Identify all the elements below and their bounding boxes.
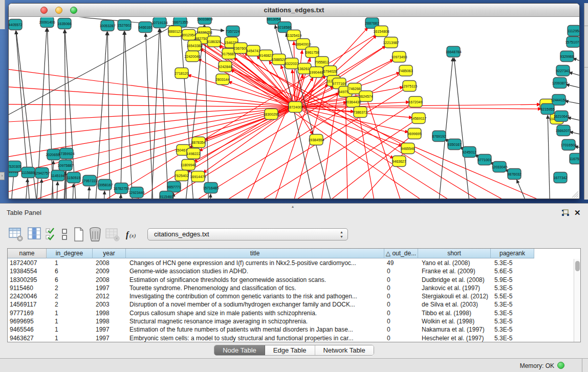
graph-edge[interactable] (88, 187, 89, 199)
graph-edge[interactable] (569, 72, 579, 79)
graph-node[interactable]: 16033809 (197, 17, 212, 25)
graph-node[interactable]: 16782759 (113, 183, 129, 194)
graph-edge[interactable] (203, 107, 295, 173)
window-resize-grip[interactable] (571, 190, 579, 198)
graph-edge[interactable] (9, 107, 295, 124)
graph-edge[interactable] (151, 29, 159, 199)
table-row[interactable]: 1830029562008Estimation of significance … (8, 276, 573, 284)
delete-column-icon[interactable] (88, 226, 102, 243)
graph-edge[interactable] (198, 59, 295, 107)
graph-node[interactable]: 17359924 (58, 148, 74, 159)
graph-node[interactable]: 8322037 (285, 58, 298, 69)
graph-edge[interactable] (9, 64, 295, 107)
graph-node[interactable]: 2367608 (233, 43, 247, 54)
graph-node[interactable]: 15751074 (565, 37, 579, 48)
graph-edge[interactable] (125, 31, 133, 199)
graph-edge[interactable] (95, 32, 107, 199)
network-window-titlebar[interactable]: citations_edges.txt (9, 4, 579, 17)
graph-node[interactable]: 12033045 (491, 162, 507, 172)
table-row[interactable]: 911546021997Tourette syndrome. Phenomeno… (8, 284, 573, 292)
graph-node[interactable]: 1115686 (21, 167, 35, 178)
graph-edge[interactable] (194, 107, 295, 162)
graph-node[interactable]: 17957222 (81, 176, 97, 186)
graph-edge[interactable] (9, 84, 295, 107)
graph-node[interactable]: 1672049 (408, 97, 422, 107)
graph-node[interactable]: 9227343 (556, 65, 570, 76)
graph-node[interactable]: 2803144 (215, 74, 229, 85)
scrollbar-thumb[interactable] (575, 261, 580, 271)
graph-node[interactable]: 6771001 (477, 155, 491, 165)
column-header-short[interactable]: short (418, 249, 491, 258)
graph-node[interactable]: 19384554 (308, 135, 324, 145)
graph-node[interactable]: 13958167 (97, 180, 113, 190)
graph-node[interactable]: 6961758 (305, 47, 319, 58)
graph-node[interactable]: 1588520 (272, 54, 286, 65)
panel-collapse-arrow-icon[interactable]: ▴ (292, 204, 294, 209)
graph-node[interactable]: 12923446 (128, 187, 144, 198)
graph-node[interactable]: 17016504 (560, 140, 576, 150)
delete-table-icon[interactable] (105, 226, 120, 243)
table-row[interactable]: 1872400712008Changes of HCN gene express… (8, 259, 573, 267)
panel-expand-handle[interactable]: › (0, 172, 5, 180)
table-row[interactable]: 2242004622012Investigating the contribut… (8, 292, 573, 300)
graph-node[interactable]: 8454743 (246, 46, 260, 56)
graph-node[interactable]: 1677342 (553, 172, 567, 183)
column-header-pagerank[interactable]: pagerank (491, 249, 534, 258)
graph-edge[interactable] (120, 194, 121, 199)
graph-node[interactable]: 2718120 (175, 68, 188, 79)
graph-node[interactable]: 1527602 (117, 20, 131, 31)
graph-node[interactable]: 12444154 (551, 95, 567, 105)
graph-node[interactable]: 1150515 (67, 172, 81, 183)
graph-node[interactable]: 18300295 (263, 109, 279, 120)
graph-node[interactable]: 8215955 (540, 104, 554, 115)
graph-edge[interactable] (103, 191, 104, 199)
column-header-name[interactable]: name (8, 249, 47, 258)
table-row[interactable]: 946362711997Embryonic stem cells: a mode… (8, 334, 573, 342)
table-row[interactable]: 969969511998Structural magnetic resonanc… (8, 317, 573, 325)
graph-node[interactable]: 1990448 (309, 67, 323, 78)
graph-edge[interactable] (568, 118, 579, 123)
graph-edge[interactable] (25, 179, 28, 199)
graph-node[interactable]: 16543382 (186, 40, 202, 51)
table-row[interactable]: 1938455462009Genome-wide association stu… (8, 267, 573, 275)
graph-edge[interactable] (199, 107, 295, 151)
graph-node[interactable]: 16154808 (373, 26, 389, 37)
graph-node[interactable]: 9242848 (218, 61, 232, 72)
column-header-title[interactable]: title (126, 249, 384, 258)
graph-edge[interactable] (9, 104, 295, 107)
graph-node[interactable]: 6466160 (138, 22, 152, 33)
graph-edge[interactable] (56, 182, 58, 199)
graph-node[interactable]: 14569117 (411, 113, 427, 124)
table-row[interactable]: 1456911722003Disruption of a novel membe… (8, 300, 573, 309)
graph-node[interactable]: 9115460 (160, 191, 173, 199)
table-vertical-scrollbar[interactable] (574, 259, 580, 342)
graph-edge[interactable] (548, 115, 550, 199)
graph-node[interactable]: 2520305 (9, 161, 21, 172)
graph-edge[interactable] (230, 70, 295, 107)
graph-node[interactable]: 1167533 (570, 154, 579, 164)
table-row[interactable]: 946554611997Estimation of the future num… (8, 325, 573, 334)
tab-edge-table[interactable]: Edge Table (265, 345, 315, 355)
graph-node[interactable]: 18724007 (287, 102, 303, 113)
graph-edge[interactable] (9, 107, 295, 144)
tab-node-table[interactable]: Node Table (214, 345, 265, 355)
graph-node[interactable]: 20364436 (345, 97, 361, 107)
column-header-in_degree[interactable]: in_degree (47, 249, 93, 258)
graph-node[interactable]: 8912954 (182, 30, 195, 40)
select-all-icon[interactable] (45, 226, 57, 243)
graph-node[interactable]: 16210643 (553, 111, 569, 122)
row-options-icon[interactable] (60, 226, 69, 243)
column-chooser-icon[interactable] (27, 226, 42, 243)
graph-node[interactable]: 7485063 (399, 65, 412, 76)
graph-node[interactable]: 12213987 (383, 37, 399, 48)
graph-edge[interactable] (210, 194, 211, 199)
tab-network-table[interactable]: Network Table (315, 345, 374, 355)
column-header-out_de[interactable]: △ out_de... (384, 249, 418, 258)
graph-node[interactable]: 6794028 (323, 66, 337, 77)
graph-node[interactable]: 9329966 (560, 51, 574, 62)
graph-node[interactable]: 10719134 (151, 17, 167, 28)
graph-node[interactable]: 7625402 (175, 170, 188, 181)
graph-node[interactable]: 15692071 (555, 125, 571, 136)
graph-node[interactable]: 8186328 (207, 36, 221, 47)
network-canvas[interactable]: 4405572200914061635066100532871527602646… (9, 17, 579, 199)
